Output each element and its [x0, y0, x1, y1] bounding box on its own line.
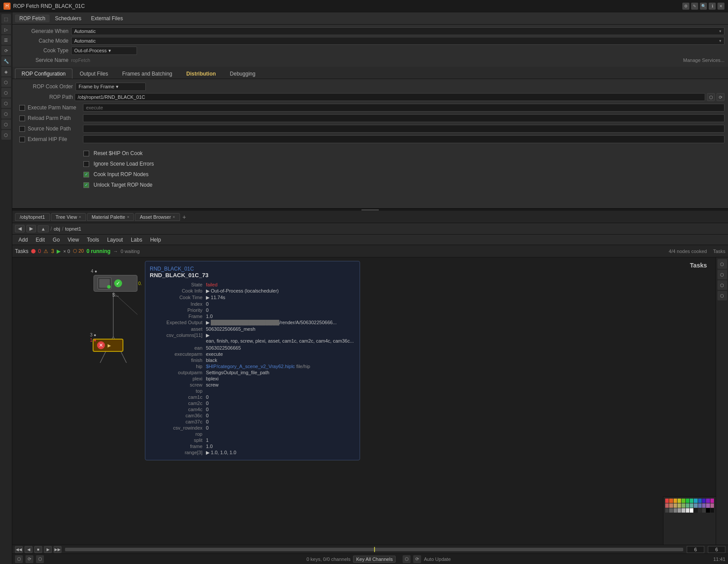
sidebar-icon-11[interactable]: ⬡: [1, 119, 11, 129]
menu-labs[interactable]: Labs: [127, 236, 146, 244]
palette-color-11[interactable]: [710, 499, 714, 503]
palette-color-23[interactable]: [710, 503, 714, 508]
palette-color-0[interactable]: [665, 499, 669, 503]
rop-path-icon-btn[interactable]: ⬡: [707, 93, 715, 101]
palette-color-17[interactable]: [686, 503, 689, 508]
canvas-main[interactable]: 4 ● ✓ 0. S...: [12, 257, 716, 545]
status-icon-1[interactable]: ⬡: [15, 555, 23, 563]
menu-tools[interactable]: Tools: [83, 236, 103, 244]
rop-path-reload-btn[interactable]: ⟳: [717, 93, 724, 101]
sidebar-icon-5[interactable]: 🔧: [1, 56, 11, 66]
tab-debugging[interactable]: Debugging: [223, 69, 262, 79]
manage-services-btn[interactable]: Manage Services...: [683, 57, 724, 63]
execute-parm-checkbox[interactable]: [19, 105, 25, 111]
menu-go[interactable]: Go: [49, 236, 63, 244]
right-icon-3[interactable]: ⬡: [717, 280, 727, 290]
timeline-scrub[interactable]: [65, 548, 683, 551]
sidebar-icon-2[interactable]: ▷: [1, 25, 11, 34]
palette-color-24[interactable]: [665, 508, 669, 513]
generate-when-select[interactable]: Automatic ▾: [71, 27, 724, 35]
palette-color-13[interactable]: [669, 503, 673, 508]
tab-frames-and-batching[interactable]: Frames and Batching: [115, 69, 179, 79]
tasks-icon[interactable]: Tasks: [713, 249, 725, 254]
palette-color-3[interactable]: [678, 499, 681, 503]
reload-parm-input[interactable]: [83, 114, 724, 122]
reload-parm-checkbox[interactable]: [19, 116, 25, 121]
palette-color-4[interactable]: [681, 499, 685, 503]
sidebar-icon-8[interactable]: ⬡: [1, 88, 11, 98]
palette-color-31[interactable]: [694, 508, 697, 513]
node-rndblaack[interactable]: 4 ● ✓ 0. S...: [94, 275, 137, 297]
palette-color-10[interactable]: [706, 499, 710, 503]
rop-path-input[interactable]: [75, 93, 705, 101]
breadcrumb-back[interactable]: ◀: [15, 225, 25, 232]
palette-color-25[interactable]: [669, 508, 673, 513]
palette-color-6[interactable]: [690, 499, 693, 503]
tl-stop[interactable]: ■: [34, 546, 42, 553]
close-tree-view[interactable]: ×: [79, 215, 81, 219]
frame-start-field[interactable]: [687, 546, 704, 553]
tab-schedulers[interactable]: Schedulers: [50, 14, 86, 22]
palette-color-29[interactable]: [686, 508, 689, 513]
tab-distribution[interactable]: Distribution: [180, 69, 222, 79]
palette-color-8[interactable]: [698, 499, 702, 503]
add-tab-button[interactable]: +: [181, 213, 188, 221]
breadcrumb-topnet1[interactable]: topnet1: [65, 226, 81, 231]
palette-color-15[interactable]: [678, 503, 681, 508]
right-icon-2[interactable]: ⬡: [717, 270, 727, 279]
sidebar-icon-12[interactable]: ⬡: [1, 130, 11, 140]
tl-play[interactable]: ▶: [44, 546, 52, 553]
palette-color-2[interactable]: [674, 499, 677, 503]
close-button[interactable]: ✕: [717, 3, 724, 10]
menu-edit[interactable]: Edit: [32, 236, 48, 244]
palette-color-7[interactable]: [694, 499, 697, 503]
source-node-input[interactable]: [83, 125, 724, 133]
palette-color-27[interactable]: [678, 508, 681, 513]
palette-color-22[interactable]: [706, 503, 710, 508]
rop-cook-order-select[interactable]: Frame by Frame ▾: [76, 83, 146, 91]
status-icon-2[interactable]: ⟳: [25, 555, 33, 563]
close-asset-browser[interactable]: ×: [173, 215, 175, 219]
menu-add[interactable]: Add: [15, 236, 31, 244]
right-icon-1[interactable]: ⬡: [717, 259, 727, 269]
ignore-errors-checkbox[interactable]: [83, 161, 89, 167]
cache-mode-select[interactable]: Automatic ▾: [71, 37, 724, 45]
tl-prev[interactable]: ◀◀: [15, 546, 23, 553]
breadcrumb-obj[interactable]: obj: [54, 226, 60, 231]
sidebar-icon-6[interactable]: ◈: [1, 67, 11, 76]
palette-color-16[interactable]: [681, 503, 685, 508]
palette-color-32[interactable]: [698, 508, 702, 513]
tab-external-files[interactable]: External Files: [86, 14, 127, 22]
sidebar-icon-4[interactable]: ⟳: [1, 46, 11, 55]
palette-color-18[interactable]: [690, 503, 693, 508]
hip-link[interactable]: $HIP/category_A_scene_v2_Vray62.hiplc: [206, 364, 295, 369]
external-hip-input[interactable]: [83, 135, 724, 143]
palette-color-26[interactable]: [674, 508, 677, 513]
menu-help[interactable]: Help: [147, 236, 165, 244]
palette-color-33[interactable]: [702, 508, 706, 513]
execute-parm-input[interactable]: [83, 104, 724, 112]
tab-output-files[interactable]: Output Files: [73, 69, 115, 79]
auto-update-icon-2[interactable]: ⟳: [413, 555, 421, 563]
palette-color-19[interactable]: [694, 503, 697, 508]
sidebar-icon-10[interactable]: ⬡: [1, 109, 11, 119]
minimize-button[interactable]: ⚙: [682, 3, 689, 10]
palette-color-35[interactable]: [710, 508, 714, 513]
source-node-checkbox[interactable]: [19, 126, 25, 132]
auto-update-icon[interactable]: ⬡: [403, 555, 411, 563]
tl-play-back[interactable]: ◀: [25, 546, 32, 553]
palette-color-14[interactable]: [674, 503, 677, 508]
unlock-target-rop-checkbox[interactable]: ✓: [83, 182, 89, 188]
tab-obj-topnet1[interactable]: /obj/topnet1: [15, 213, 50, 221]
node-failed[interactable]: 3 ● 1 ● ✕ ▶: [93, 339, 123, 352]
external-hip-checkbox[interactable]: [19, 137, 25, 142]
tab-rop-fetch[interactable]: ROP Fetch: [15, 14, 50, 22]
search-icon[interactable]: 🔍: [700, 3, 707, 10]
status-icon-3[interactable]: ⬡: [36, 555, 44, 563]
palette-color-28[interactable]: [681, 508, 685, 513]
palette-color-20[interactable]: [698, 503, 702, 508]
tab-rop-configuration[interactable]: ROP Configuration: [15, 69, 72, 79]
sidebar-icon-7[interactable]: ⬡: [1, 77, 11, 87]
palette-color-30[interactable]: [690, 508, 693, 513]
popup-title-link[interactable]: RND_BLACK_01C: [150, 266, 194, 272]
